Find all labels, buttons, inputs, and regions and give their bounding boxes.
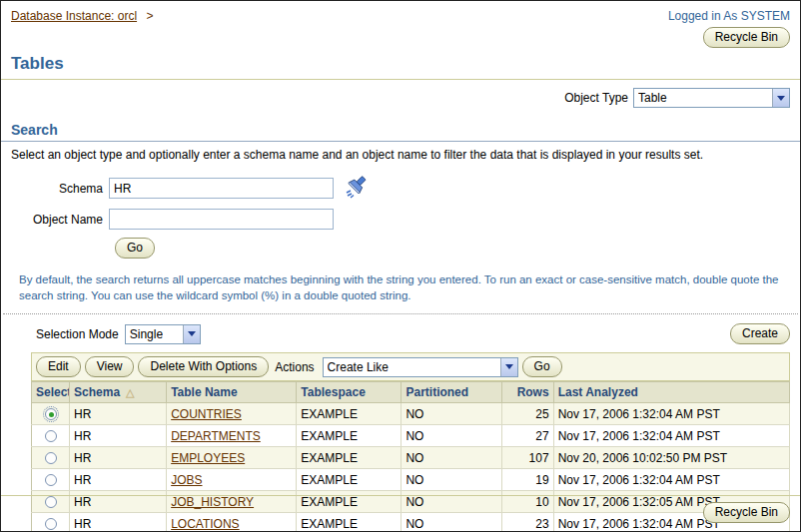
cell-partitioned: NO (401, 469, 501, 491)
object-type-select[interactable]: Table (633, 88, 790, 108)
flashlight-search-icon[interactable] (344, 174, 370, 203)
cell-rows: 27 (501, 425, 553, 447)
page-title: Tables (1, 48, 800, 79)
cell-partitioned: NO (401, 425, 501, 447)
top-bar: Database Instance: orcl > Logged in As S… (1, 1, 800, 48)
table-name-link[interactable]: COUNTRIES (171, 407, 242, 421)
col-header-rows[interactable]: Rows (501, 382, 553, 403)
cell-schema: HR (70, 469, 167, 491)
breadcrumb: Database Instance: orcl > (11, 9, 153, 23)
table-name-link[interactable]: DEPARTMENTS (171, 429, 261, 443)
schema-label: Schema (1, 182, 109, 196)
selection-mode-row: Selection Mode Single Create (1, 314, 800, 350)
table-name-link[interactable]: EMPLOYEES (171, 451, 245, 465)
cell-tablespace: EXAMPLE (297, 425, 401, 447)
chevron-down-icon[interactable] (500, 358, 517, 376)
cell-schema: HR (70, 403, 167, 425)
recycle-bin-button-bottom[interactable]: Recycle Bin (703, 502, 790, 523)
cell-last-analyzed: Nov 17, 2006 1:32:04 AM PST (553, 425, 789, 447)
row-radio[interactable] (45, 452, 57, 464)
col-header-select: Select (32, 382, 70, 403)
recycle-bin-button-top[interactable]: Recycle Bin (703, 27, 790, 48)
row-radio[interactable] (45, 474, 57, 486)
cell-last-analyzed: Nov 17, 2006 1:32:04 AM PST (553, 403, 789, 425)
tables-page: Database Instance: orcl > Logged in As S… (0, 0, 801, 532)
cell-tablespace: EXAMPLE (297, 403, 401, 425)
cell-partitioned: NO (401, 403, 501, 425)
results-toolbar: Edit View Delete With Options Actions Cr… (31, 352, 790, 381)
search-description: Select an object type and optionally ent… (1, 146, 800, 168)
create-button[interactable]: Create (730, 323, 790, 344)
cell-schema: HR (70, 447, 167, 469)
breadcrumb-link-database-instance[interactable]: Database Instance: orcl (11, 9, 137, 23)
cell-partitioned: NO (401, 447, 501, 469)
object-type-row: Object Type Table (1, 80, 800, 114)
breadcrumb-separator: > (146, 9, 153, 23)
cell-last-analyzed: Nov 20, 2006 10:02:50 PM PST (553, 447, 789, 469)
table-header-row: Select Schema△ Table Name Tablespace Par… (32, 382, 790, 403)
schema-row: Schema (1, 174, 800, 203)
row-radio[interactable] (45, 408, 57, 420)
chevron-down-icon[interactable] (183, 325, 200, 343)
table-row: HR EMPLOYEES EXAMPLE NO 107 Nov 20, 2006… (32, 447, 790, 469)
cell-tablespace: EXAMPLE (297, 447, 401, 469)
object-name-input[interactable] (109, 209, 334, 230)
delete-with-options-button[interactable]: Delete With Options (138, 356, 269, 377)
cell-last-analyzed: Nov 17, 2006 1:32:04 AM PST (553, 469, 789, 491)
chevron-down-icon[interactable] (772, 89, 789, 107)
actions-go-button[interactable]: Go (522, 356, 562, 377)
cell-schema: HR (70, 425, 167, 447)
view-button[interactable]: View (85, 356, 135, 377)
search-go-row: Go (115, 238, 800, 259)
actions-select[interactable]: Create Like (323, 357, 518, 377)
actions-value: Create Like (328, 360, 389, 374)
object-name-row: Object Name (1, 209, 800, 230)
object-type-label: Object Type (564, 91, 628, 105)
col-header-tablespace[interactable]: Tablespace (297, 382, 401, 403)
table-row: HR DEPARTMENTS EXAMPLE NO 27 Nov 17, 200… (32, 425, 790, 447)
search-note: By default, the search returns all upper… (1, 265, 800, 305)
object-type-value: Table (638, 91, 667, 105)
edit-button[interactable]: Edit (36, 356, 81, 377)
row-radio[interactable] (45, 430, 57, 442)
bottom-divider (1, 495, 800, 496)
col-header-last-analyzed[interactable]: Last Analyzed (553, 382, 789, 403)
cell-tablespace: EXAMPLE (297, 469, 401, 491)
selection-mode-select[interactable]: Single (125, 324, 201, 344)
table-name-link[interactable]: JOBS (171, 473, 202, 487)
cell-rows: 25 (501, 403, 553, 425)
sort-asc-icon: △ (126, 386, 134, 398)
col-header-schema[interactable]: Schema△ (70, 382, 167, 403)
cell-rows: 19 (501, 469, 553, 491)
selection-mode-value: Single (130, 327, 163, 341)
top-right: Logged in As SYSTEM Recycle Bin (668, 9, 790, 48)
search-go-button[interactable]: Go (115, 238, 155, 259)
object-name-label: Object Name (1, 213, 109, 227)
table-row: HR COUNTRIES EXAMPLE NO 25 Nov 17, 2006 … (32, 403, 790, 425)
col-header-table-name[interactable]: Table Name (167, 382, 297, 403)
table-row: HR JOBS EXAMPLE NO 19 Nov 17, 2006 1:32:… (32, 469, 790, 491)
actions-label: Actions (275, 360, 314, 374)
bottom-bar: Recycle Bin (1, 495, 800, 531)
col-header-partitioned[interactable]: Partitioned (401, 382, 501, 403)
search-section-title: Search (1, 116, 800, 142)
cell-rows: 107 (501, 447, 553, 469)
selection-mode-label: Selection Mode (36, 327, 119, 341)
logged-in-status: Logged in As SYSTEM (668, 9, 790, 23)
schema-input[interactable] (109, 178, 334, 199)
